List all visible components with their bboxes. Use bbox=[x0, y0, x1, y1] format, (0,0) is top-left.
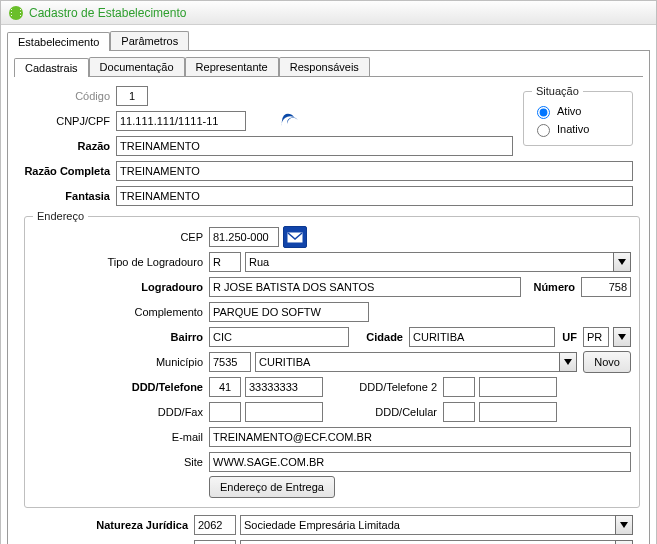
endereco-entrega-button[interactable]: Endereço de Entrega bbox=[209, 476, 335, 498]
tab-cadastrais[interactable]: Cadastrais bbox=[14, 58, 89, 77]
categoria-desc-field[interactable] bbox=[240, 540, 615, 544]
tab-representante[interactable]: Representante bbox=[185, 57, 279, 76]
site-field[interactable] bbox=[209, 452, 631, 472]
window: ⋮⋮ Cadastro de Estabelecimento Estabelec… bbox=[0, 0, 657, 544]
outer-tabs: Estabelecimento Parâmetros bbox=[1, 25, 656, 50]
ddd-cel-field[interactable] bbox=[443, 402, 475, 422]
municipio-desc-field[interactable] bbox=[255, 352, 559, 372]
label-situacao: Situação bbox=[532, 85, 583, 97]
ddd2-field[interactable] bbox=[443, 377, 475, 397]
label-complemento: Complemento bbox=[33, 306, 209, 318]
radio-inativo-input[interactable] bbox=[537, 124, 550, 137]
label-codigo: Código bbox=[24, 90, 116, 102]
label-ddd-celular: DDD/Celular bbox=[323, 406, 443, 418]
natureza-dropdown[interactable] bbox=[615, 515, 633, 535]
email-field[interactable] bbox=[209, 427, 631, 447]
uf-dropdown[interactable] bbox=[613, 327, 631, 347]
label-endereco: Endereço bbox=[33, 210, 88, 222]
uf-field[interactable] bbox=[583, 327, 609, 347]
categoria-code-field[interactable] bbox=[194, 540, 236, 544]
title-bar: ⋮⋮ Cadastro de Estabelecimento bbox=[1, 1, 656, 25]
label-bairro: Bairro bbox=[33, 331, 209, 343]
form-content: Código CNPJ/CPF Razão bbox=[14, 77, 643, 544]
label-fantasia: Fantasia bbox=[24, 190, 116, 202]
label-cnpj: CNPJ/CPF bbox=[24, 115, 116, 127]
radio-ativo[interactable]: Ativo bbox=[532, 103, 624, 119]
tipo-logradouro-code-field[interactable] bbox=[209, 252, 241, 272]
app-icon: ⋮⋮ bbox=[9, 6, 23, 20]
radio-inativo[interactable]: Inativo bbox=[532, 121, 624, 137]
radio-ativo-input[interactable] bbox=[537, 106, 550, 119]
razao-field[interactable] bbox=[116, 136, 513, 156]
telefone-field[interactable] bbox=[245, 377, 323, 397]
receita-federal-icon[interactable] bbox=[280, 112, 302, 130]
fantasia-field[interactable] bbox=[116, 186, 633, 206]
label-uf: UF bbox=[555, 331, 583, 343]
situacao-group: Situação Ativo Inativo bbox=[523, 85, 633, 146]
municipio-dropdown[interactable] bbox=[559, 352, 577, 372]
razao-completa-field[interactable] bbox=[116, 161, 633, 181]
bairro-field[interactable] bbox=[209, 327, 349, 347]
cep-field[interactable] bbox=[209, 227, 279, 247]
natureza-desc-field[interactable] bbox=[240, 515, 615, 535]
label-site: Site bbox=[33, 456, 209, 468]
label-natureza: Natureza Jurídica bbox=[24, 519, 194, 531]
cel-field[interactable] bbox=[479, 402, 557, 422]
tab-estabelecimento[interactable]: Estabelecimento bbox=[7, 32, 110, 51]
tipo-logradouro-desc-field[interactable] bbox=[245, 252, 613, 272]
natureza-code-field[interactable] bbox=[194, 515, 236, 535]
fax-field[interactable] bbox=[245, 402, 323, 422]
label-tipo-logradouro: Tipo de Logradouro bbox=[33, 256, 209, 268]
label-numero: Número bbox=[521, 281, 581, 293]
tab-responsaveis[interactable]: Responsáveis bbox=[279, 57, 370, 76]
label-cidade: Cidade bbox=[349, 331, 409, 343]
tipo-logradouro-dropdown[interactable] bbox=[613, 252, 631, 272]
novo-button[interactable]: Novo bbox=[583, 351, 631, 373]
label-ddd-telefone2: DDD/Telefone 2 bbox=[323, 381, 443, 393]
codigo-field[interactable] bbox=[116, 86, 148, 106]
categoria-dropdown[interactable] bbox=[615, 540, 633, 544]
cidade-field[interactable] bbox=[409, 327, 555, 347]
label-ddd-telefone: DDD/Telefone bbox=[33, 381, 209, 393]
numero-field[interactable] bbox=[581, 277, 631, 297]
label-email: E-mail bbox=[33, 431, 209, 443]
complemento-field[interactable] bbox=[209, 302, 369, 322]
cep-lookup-button[interactable] bbox=[283, 226, 307, 248]
window-title: Cadastro de Estabelecimento bbox=[29, 6, 186, 20]
endereco-group: Endereço CEP Tipo de Logradouro bbox=[24, 210, 640, 508]
telefone2-field[interactable] bbox=[479, 377, 557, 397]
label-logradouro: Logradouro bbox=[33, 281, 209, 293]
municipio-code-field[interactable] bbox=[209, 352, 251, 372]
cnpj-field[interactable] bbox=[116, 111, 246, 131]
label-ddd-fax: DDD/Fax bbox=[33, 406, 209, 418]
label-razao: Razão bbox=[24, 140, 116, 152]
ddd-field[interactable] bbox=[209, 377, 241, 397]
ddd-fax-field[interactable] bbox=[209, 402, 241, 422]
tab-parametros[interactable]: Parâmetros bbox=[110, 31, 189, 50]
label-cep: CEP bbox=[33, 231, 209, 243]
logradouro-field[interactable] bbox=[209, 277, 521, 297]
label-razao-completa: Razão Completa bbox=[24, 165, 116, 177]
tab-documentacao[interactable]: Documentação bbox=[89, 57, 185, 76]
label-municipio: Município bbox=[33, 356, 209, 368]
